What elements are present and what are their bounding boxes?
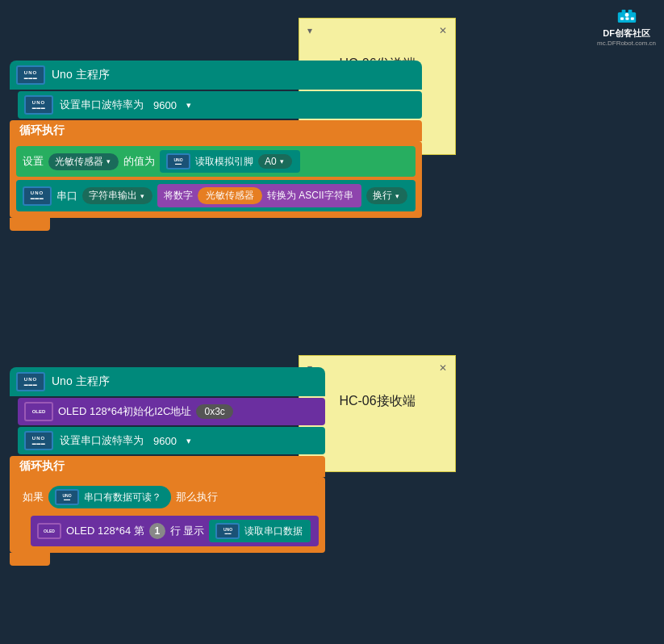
svg-rect-1	[621, 10, 625, 14]
set-label: 设置	[23, 154, 44, 169]
logo-sub: mc.DFRobot.com.cn	[597, 40, 656, 47]
svg-rect-5	[630, 18, 633, 20]
logo-area: DF创客社区 mc.DFRobot.com.cn	[597, 6, 656, 47]
oled-chip-init: OLED	[24, 402, 53, 421]
baud-dropdown-icon[interactable]: ▾	[186, 100, 191, 111]
main-program-block-top: UNO ▬▬▬ Uno 主程序	[10, 61, 422, 90]
loop-bottom-connector-bottom	[10, 553, 50, 566]
uno-chip-serial: UNO ▬▬▬	[23, 186, 52, 206]
baud-dropdown-icon-bottom[interactable]: ▾	[186, 436, 191, 446]
serial-output-dropdown[interactable]: 字符串输出	[82, 187, 152, 204]
df-logo-icon	[614, 6, 640, 26]
convert-suffix: 转换为 ASCII字符串	[267, 189, 353, 203]
sticky-note-header-top: ▾ ✕	[307, 25, 447, 36]
if-block: 如果 UNO ▬▬ 串口有数据可读？ 那么执行	[16, 482, 319, 512]
baud-value-top: 9600	[153, 99, 177, 111]
setup-baud-top: UNO ▬▬▬ 设置串口波特率为 9600 ▾	[18, 91, 422, 119]
oled-init-label: OLED 128*64初始化I2C地址	[58, 404, 191, 419]
newline-dropdown[interactable]: 换行	[366, 187, 407, 204]
read-analog-label: 读取模拟引脚	[195, 155, 253, 169]
loop-body-top: 设置 光敏传感器 的值为 UNO ▬▬ 读取模拟引脚 A0	[10, 141, 422, 218]
sticky-drag-icon: ▾	[307, 25, 312, 36]
sticky-close-icon-bottom[interactable]: ✕	[439, 362, 447, 374]
oled-display-label: OLED 128*64 第	[66, 524, 144, 538]
logo-text: DF创客社区	[603, 27, 650, 40]
loop-label-top: 循环执行	[10, 120, 422, 141]
convert-block: 将数字 光敏传感器 转换为 ASCII字符串	[157, 184, 361, 207]
sensor-dropdown[interactable]: 光敏传感器	[48, 153, 119, 170]
oled-chip-display: OLED	[37, 523, 61, 539]
main-program-label-bottom: Uno 主程序	[52, 374, 110, 389]
setup-baud-label-top: 设置串口波特率为	[60, 98, 144, 112]
loop-bottom-connector-top	[10, 218, 50, 231]
serial-check-label: 串口有数据可读？	[84, 491, 161, 504]
uno-chip-main-top: UNO ▬▬▬	[16, 65, 45, 85]
loop-wrapper-bottom: 循环执行 如果 UNO ▬▬ 串口有数据可读？ 那么执行	[10, 456, 325, 566]
uno-chip-if: UNO ▬▬	[55, 489, 79, 505]
main-program-block-bottom: UNO ▬▬▬ Uno 主程序	[10, 367, 325, 396]
loop-body-bottom: 如果 UNO ▬▬ 串口有数据可读？ 那么执行	[10, 477, 325, 553]
top-block-stack: UNO ▬▬▬ Uno 主程序 UNO ▬▬▬ 设置串口波特率为 9600 ▾ …	[10, 61, 422, 231]
setup-baud-label-bottom: 设置串口波特率为	[60, 433, 144, 448]
uno-chip-baud-top: UNO ▬▬▬	[24, 95, 53, 115]
uno-chip-read-serial: UNO ▬▬	[215, 523, 240, 539]
of-value-label: 的值为	[123, 154, 155, 169]
baud-value-bottom: 9600	[153, 435, 177, 447]
row-num: 1	[149, 523, 165, 539]
svg-rect-2	[628, 10, 632, 14]
read-serial-label: 读取串口数据	[244, 525, 303, 538]
bottom-block-stack: UNO ▬▬▬ Uno 主程序 OLED OLED 128*64初始化I2C地址…	[10, 367, 325, 566]
read-analog-block: UNO ▬▬ 读取模拟引脚 A0	[160, 150, 300, 173]
uno-chip-read: UNO ▬▬	[166, 153, 190, 169]
svg-rect-3	[620, 18, 624, 20]
svg-point-6	[624, 13, 629, 17]
sticky-note-title-bottom: HC-06接收端	[307, 377, 447, 426]
set-sensor-block: 设置 光敏传感器 的值为 UNO ▬▬ 读取模拟引脚 A0	[16, 146, 416, 177]
then-label: 那么执行	[176, 490, 218, 504]
row-label: 行 显示	[170, 524, 205, 538]
oled-addr: 0x3c	[196, 404, 232, 419]
svg-rect-4	[625, 18, 629, 20]
read-serial-block: UNO ▬▬ 读取串口数据	[209, 520, 311, 542]
sticky-close-icon[interactable]: ✕	[439, 25, 447, 36]
oled-init-block: OLED OLED 128*64初始化I2C地址 0x3c	[18, 398, 325, 425]
pin-dropdown[interactable]: A0	[258, 154, 292, 169]
uno-chip-main-bottom: UNO ▬▬▬	[16, 372, 45, 391]
main-program-label-top: Uno 主程序	[52, 68, 110, 82]
loop-label-bottom: 循环执行	[10, 456, 325, 477]
if-label: 如果	[23, 490, 44, 504]
oled-display-block: OLED OLED 128*64 第 1 行 显示 UNO ▬▬	[31, 516, 319, 546]
setup-baud-bottom: UNO ▬▬▬ 设置串口波特率为 9600 ▾	[18, 427, 325, 454]
convert-prefix: 将数字	[164, 189, 193, 203]
loop-wrapper-top: 循环执行 设置 光敏传感器 的值为 UNO ▬▬	[10, 120, 422, 231]
var-sensor: 光敏传感器	[198, 187, 262, 204]
serial-output-block: UNO ▬▬▬ 串口 字符串输出 将数字 光敏传感器 转换为 ASCII字符串 …	[16, 180, 416, 211]
serial-label: 串口	[56, 189, 77, 203]
sticky-note-header-bottom: ▾ ✕	[307, 362, 447, 374]
serial-check-block: UNO ▬▬ 串口有数据可读？	[48, 486, 171, 508]
uno-chip-baud-bottom: UNO ▬▬▬	[24, 431, 53, 450]
